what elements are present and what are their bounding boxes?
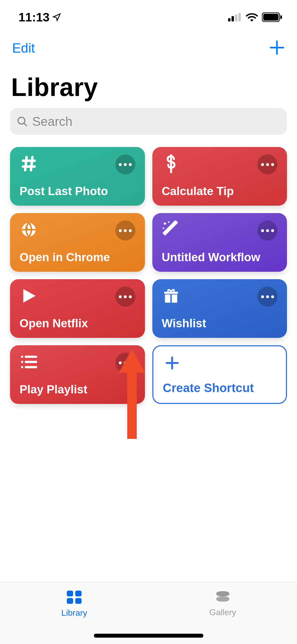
create-shortcut-label: Create Shortcut	[163, 381, 277, 395]
svg-rect-0	[228, 18, 230, 21]
search-icon	[16, 116, 28, 127]
svg-line-13	[25, 157, 27, 170]
more-button[interactable]	[115, 287, 135, 307]
wand-icon	[162, 220, 180, 239]
svg-rect-6	[280, 15, 282, 19]
svg-rect-22	[165, 295, 170, 303]
cell-signal-icon	[228, 13, 242, 21]
globe-icon	[20, 220, 38, 239]
svg-point-27	[21, 361, 23, 363]
add-button[interactable]	[269, 40, 285, 57]
svg-line-10	[24, 123, 26, 126]
list-icon	[20, 353, 38, 371]
svg-rect-2	[235, 15, 237, 21]
shortcut-tile[interactable]: Calculate Tip	[152, 147, 287, 206]
shortcut-label: Wishlist	[162, 317, 278, 330]
gift-icon	[162, 287, 180, 305]
edit-button[interactable]: Edit	[12, 40, 35, 56]
status-time: 11:13	[18, 10, 50, 24]
shortcut-tile[interactable]: Untitled Workflow	[152, 213, 287, 272]
shortcut-label: Post Last Photo	[20, 185, 135, 198]
shortcut-label: Play Playlist	[20, 383, 135, 396]
status-bar: 11:13	[0, 0, 297, 34]
search-field[interactable]	[10, 108, 287, 135]
more-button[interactable]	[257, 287, 277, 307]
search-input[interactable]	[32, 114, 281, 129]
more-button[interactable]	[257, 154, 277, 174]
location-icon	[52, 13, 61, 22]
svg-point-19	[162, 227, 164, 229]
shortcut-grid: Post Last Photo Calculate Tip	[10, 147, 287, 404]
play-icon	[20, 287, 38, 305]
svg-point-25	[21, 356, 23, 358]
gallery-tab-icon	[214, 590, 232, 604]
tab-label: Gallery	[209, 608, 236, 617]
battery-icon	[262, 12, 282, 22]
page-title: Library	[11, 73, 98, 102]
svg-rect-5	[263, 14, 279, 21]
tab-label: Library	[61, 608, 87, 618]
hash-icon	[20, 154, 38, 173]
plus-icon	[269, 40, 285, 56]
status-time-group: 11:13	[18, 10, 61, 24]
svg-point-20	[168, 221, 169, 223]
svg-rect-35	[75, 591, 82, 596]
more-button[interactable]	[115, 154, 135, 174]
create-shortcut-button[interactable]: Create Shortcut	[152, 345, 287, 404]
svg-rect-36	[67, 598, 73, 604]
status-indicators	[228, 12, 282, 22]
svg-point-29	[21, 366, 23, 368]
svg-rect-3	[238, 13, 241, 21]
wifi-icon	[246, 13, 258, 22]
shortcut-tile[interactable]: Open Netflix	[10, 279, 145, 338]
plus-icon	[163, 354, 181, 372]
shortcut-tile[interactable]: Open in Chrome	[10, 213, 145, 272]
svg-rect-23	[172, 295, 177, 303]
svg-line-14	[31, 157, 32, 170]
shortcut-tile[interactable]: Post Last Photo	[10, 147, 145, 206]
svg-rect-37	[75, 598, 82, 604]
shortcut-label: Open Netflix	[20, 317, 135, 330]
library-tab-icon	[66, 590, 83, 605]
svg-rect-34	[67, 591, 73, 596]
shortcut-label: Untitled Workflow	[162, 251, 278, 264]
svg-marker-21	[23, 289, 35, 303]
more-button[interactable]	[115, 220, 135, 241]
more-button[interactable]	[115, 353, 135, 373]
svg-point-18	[164, 222, 166, 225]
home-indicator[interactable]	[94, 634, 203, 638]
svg-rect-24	[164, 292, 178, 294]
shortcut-tile[interactable]: Wishlist	[152, 279, 287, 338]
shortcut-label: Calculate Tip	[162, 185, 278, 198]
nav-bar: Edit	[0, 40, 297, 57]
shortcut-tile[interactable]: Play Playlist	[10, 345, 145, 404]
shortcut-label: Open in Chrome	[20, 251, 135, 264]
dollar-icon	[162, 154, 180, 173]
svg-rect-1	[232, 16, 234, 21]
more-button[interactable]	[257, 220, 277, 241]
